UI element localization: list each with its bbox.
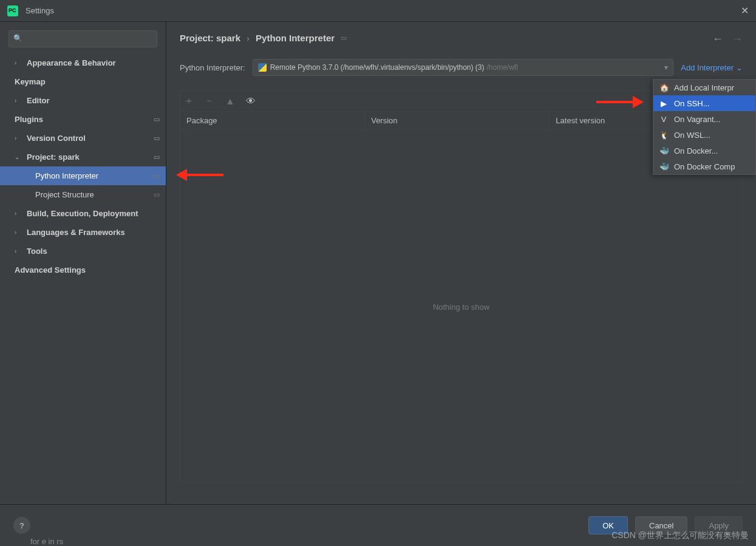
settings-marker-icon: ▭: [154, 172, 160, 180]
settings-marker-icon: ▭: [341, 34, 347, 42]
add-icon[interactable]: ＋: [184, 95, 194, 107]
help-button[interactable]: ?: [13, 517, 30, 534]
nav-back-icon[interactable]: ←: [712, 33, 723, 46]
sidebar-item-python-interpreter[interactable]: Python Interpreter▭: [0, 166, 166, 185]
menu-item-on-ssh-[interactable]: ▶On SSH...: [653, 95, 755, 111]
sidebar-item-project-spark[interactable]: ⌄Project: spark▭: [0, 148, 166, 166]
menu-item-on-docker-[interactable]: 🐳On Docker...: [653, 143, 755, 159]
sidebar-item-label: Advanced Settings: [15, 265, 86, 275]
menu-item-on-vagrant-[interactable]: VOn Vagrant...: [653, 111, 755, 127]
close-icon[interactable]: ✕: [741, 5, 749, 16]
menu-item-label: On WSL...: [674, 131, 710, 140]
sidebar-tree: ›Appearance & BehaviorKeymap›EditorPlugi…: [0, 53, 166, 279]
settings-marker-icon: ▭: [154, 191, 160, 199]
sidebar-item-languages-frameworks[interactable]: ›Languages & Frameworks: [0, 223, 166, 242]
menu-item-add-local-interpr[interactable]: 🏠Add Local Interpr: [653, 80, 755, 95]
menu-item-on-docker-comp[interactable]: 🐳On Docker Comp: [653, 159, 755, 174]
chevron-icon: ›: [15, 97, 16, 104]
menu-item-label: Add Local Interpr: [674, 83, 734, 92]
menu-item-on-wsl-[interactable]: 🐧On WSL...: [653, 127, 755, 143]
table-empty: Nothing to show: [180, 131, 742, 482]
chevron-down-icon: ⌄: [736, 63, 743, 72]
sidebar-item-project-structure[interactable]: Project Structure▭: [0, 185, 166, 204]
sidebar-item-build-execution-deployment[interactable]: ›Build, Execution, Deployment: [0, 204, 166, 223]
breadcrumb-page: Python Interpreter: [256, 33, 335, 43]
sidebar-item-keymap[interactable]: Keymap: [0, 72, 166, 91]
add-interpreter-link[interactable]: Add Interpreter ⌄: [681, 63, 743, 72]
add-interpreter-menu: 🏠Add Local Interpr▶On SSH...VOn Vagrant.…: [653, 79, 756, 175]
sidebar-item-editor[interactable]: ›Editor: [0, 91, 166, 110]
chevron-icon: ›: [15, 248, 16, 254]
breadcrumb-project: Project: spark: [180, 33, 240, 43]
sidebar-item-advanced-settings[interactable]: Advanced Settings: [0, 261, 166, 279]
col-package[interactable]: Package: [180, 112, 365, 131]
chevron-icon: ›: [15, 210, 16, 217]
sidebar-item-label: Tools: [27, 247, 47, 256]
interpreter-label: Python Interpreter:: [180, 63, 245, 72]
col-version[interactable]: Version: [365, 112, 550, 131]
sidebar-item-label: Plugins: [15, 115, 43, 124]
chevron-icon: ⌄: [15, 154, 19, 160]
menu-item-label: On SSH...: [674, 99, 710, 108]
search-input[interactable]: [9, 30, 157, 47]
sidebar-item-appearance-behavior[interactable]: ›Appearance & Behavior: [0, 53, 166, 72]
sidebar-item-label: Editor: [27, 96, 50, 105]
annotation-arrow: [176, 169, 223, 181]
interpreter-value: Remote Python 3.7.0 (/home/wfh/.virtuale…: [270, 63, 485, 72]
settings-marker-icon: ▭: [154, 153, 160, 161]
chevron-icon: ›: [15, 60, 16, 66]
python-icon: [258, 63, 267, 72]
menu-item-icon: 🐧: [659, 131, 668, 140]
watermark: CSDN @世界上怎么可能没有奥特曼: [611, 530, 749, 541]
chevron-down-icon: ▾: [664, 63, 668, 72]
eye-icon[interactable]: 👁: [246, 96, 256, 107]
search-icon: 🔍: [13, 34, 22, 43]
background-code: for e in rs: [30, 537, 63, 546]
nav-forward-icon[interactable]: →: [732, 33, 743, 46]
interpreter-row: Python Interpreter: Remote Python 3.7.0 …: [180, 59, 743, 76]
window-title: Settings: [26, 6, 54, 15]
remove-icon[interactable]: －: [205, 95, 214, 107]
menu-item-icon: 🐳: [659, 146, 668, 155]
upgrade-icon[interactable]: ▲: [225, 96, 235, 107]
app-icon: [7, 5, 18, 16]
menu-item-label: On Vagrant...: [674, 115, 720, 124]
settings-marker-icon: ▭: [154, 115, 160, 123]
chevron-right-icon: ›: [247, 33, 250, 43]
sidebar-item-label: Languages & Frameworks: [27, 228, 125, 237]
titlebar: Settings ✕: [0, 0, 756, 22]
sidebar-item-label: Python Interpreter: [35, 171, 98, 180]
interpreter-select[interactable]: Remote Python 3.7.0 (/home/wfh/.virtuale…: [253, 59, 674, 76]
interpreter-path-extra: /home/wfl: [487, 63, 518, 72]
settings-marker-icon: ▭: [154, 134, 160, 142]
sidebar-item-label: Build, Execution, Deployment: [27, 209, 138, 218]
sidebar-item-plugins[interactable]: Plugins▭: [0, 110, 166, 129]
sidebar-item-label: Keymap: [15, 77, 46, 86]
sidebar: 🔍 ›Appearance & BehaviorKeymap›EditorPlu…: [0, 22, 166, 504]
sidebar-item-version-control[interactable]: ›Version Control▭: [0, 129, 166, 148]
menu-item-icon: 🐳: [659, 162, 668, 171]
search-box: 🔍: [9, 30, 157, 47]
nav-arrows: ← →: [712, 33, 743, 46]
sidebar-item-label: Appearance & Behavior: [27, 58, 116, 67]
sidebar-item-label: Project Structure: [35, 190, 94, 199]
menu-item-icon: ▶: [659, 99, 668, 108]
annotation-arrow: [596, 96, 644, 108]
menu-item-icon: 🏠: [659, 83, 668, 92]
sidebar-item-label: Version Control: [27, 134, 86, 143]
breadcrumb: Project: spark › Python Interpreter ▭: [180, 33, 743, 43]
main-area: 🔍 ›Appearance & BehaviorKeymap›EditorPlu…: [0, 22, 756, 504]
menu-item-label: On Docker...: [674, 146, 718, 155]
sidebar-item-tools[interactable]: ›Tools: [0, 242, 166, 261]
sidebar-item-label: Project: spark: [27, 152, 80, 162]
chevron-icon: ›: [15, 135, 16, 142]
menu-item-label: On Docker Comp: [674, 162, 735, 171]
chevron-icon: ›: [15, 229, 16, 236]
menu-item-icon: V: [659, 115, 668, 124]
